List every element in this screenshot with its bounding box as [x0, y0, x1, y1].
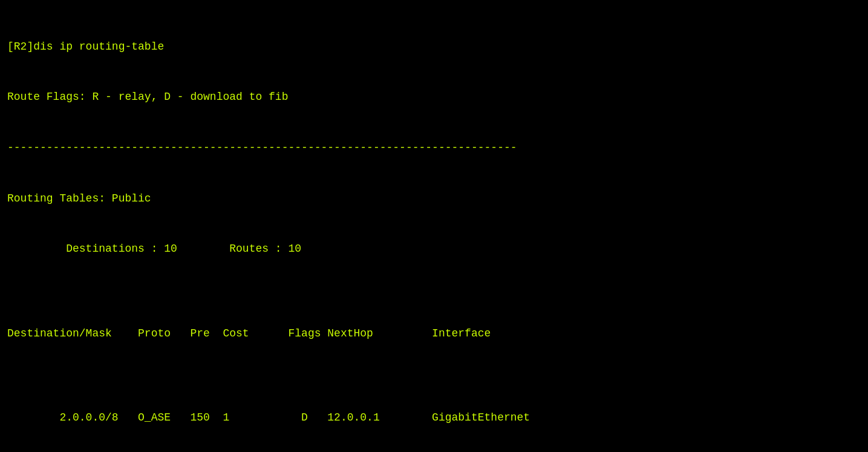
line-5: Destinations : 10 Routes : 10 [7, 241, 861, 258]
line-9: 2.0.0.0/8 O_ASE 150 1 D 12.0.0.1 Gigabit… [7, 410, 861, 427]
line-7: Destination/Mask Proto Pre Cost Flags Ne… [7, 326, 861, 342]
line-1: [R2]dis ip routing-table [7, 39, 861, 56]
line-3: ----------------------------------------… [7, 140, 861, 157]
terminal-output: [R2]dis ip routing-table Route Flags: R … [7, 5, 861, 452]
line-2: Route Flags: R - relay, D - download to … [7, 89, 861, 106]
line-4: Routing Tables: Public [7, 191, 861, 208]
